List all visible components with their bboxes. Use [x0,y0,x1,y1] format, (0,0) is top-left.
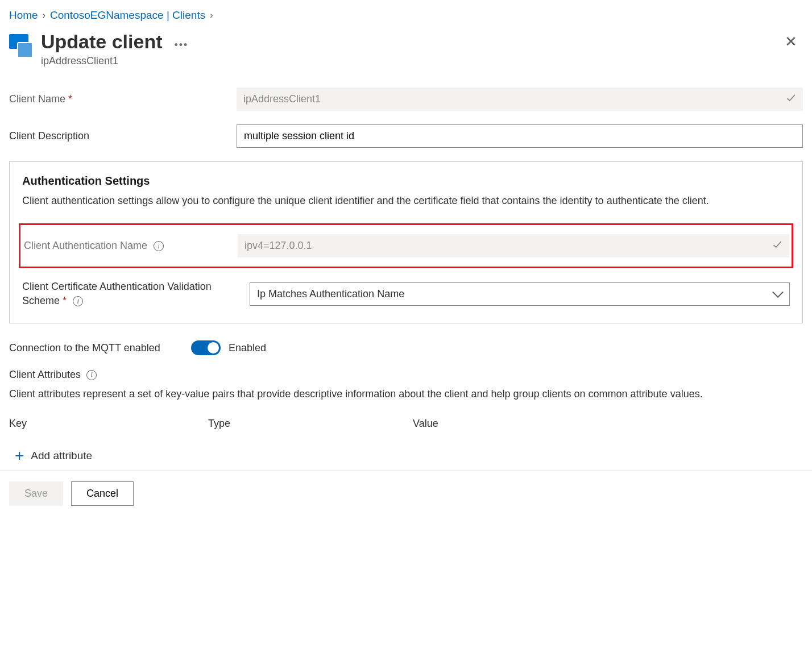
page-subtitle: ipAddressClient1 [41,55,771,67]
column-key: Key [9,418,208,430]
cert-scheme-select[interactable]: Ip Matches Authentication Name [250,282,790,306]
auth-settings-heading: Authentication Settings [22,174,790,188]
required-indicator: * [63,295,67,306]
close-icon[interactable]: ✕ [779,31,803,52]
auth-settings-description: Client authentication settings allow you… [22,193,790,209]
client-resource-icon [9,34,33,58]
cancel-button[interactable]: Cancel [71,481,134,506]
label-client-description: Client Description [9,130,237,142]
label-mqtt: Connection to the MQTT enabled [9,342,191,354]
row-client-description: Client Description [9,124,803,148]
add-attribute-button[interactable]: + Add attribute [9,448,803,464]
mqtt-state-text: Enabled [229,342,266,354]
row-mqtt-toggle: Connection to the MQTT enabled Enabled [9,340,803,355]
row-client-auth-name: Client Authentication Name i [19,223,793,268]
save-button: Save [9,481,63,506]
more-actions-icon[interactable]: ••• [175,39,189,51]
client-attributes-heading: Client Attributes i [9,369,803,381]
info-icon[interactable]: i [73,296,83,306]
required-indicator: * [68,93,72,105]
breadcrumb: Home › ContosoEGNamespace | Clients › [9,9,803,22]
label-client-name: Client Name [9,93,65,105]
client-description-input[interactable] [237,124,803,148]
label-client-auth-name: Client Authentication Name [24,240,147,251]
row-cert-scheme: Client Certificate Authentication Valida… [22,280,790,308]
title-row: Update client ••• ipAddressClient1 ✕ [9,31,803,67]
footer-bar: Save Cancel [0,471,812,506]
mqtt-toggle[interactable] [191,340,221,355]
label-cert-scheme: Client Certificate Authentication Valida… [22,281,212,306]
breadcrumb-namespace[interactable]: ContosoEGNamespace | Clients [50,9,205,22]
page-title: Update client [41,31,162,53]
column-value: Value [413,418,803,430]
chevron-right-icon: › [210,10,213,20]
chevron-right-icon: › [43,10,45,20]
client-name-input [237,88,803,111]
attributes-table-header: Key Type Value [9,418,803,430]
checkmark-icon [786,93,796,106]
add-attribute-label: Add attribute [31,450,92,462]
plus-icon: + [15,448,24,464]
authentication-settings-panel: Authentication Settings Client authentic… [9,161,803,323]
column-type: Type [208,418,413,430]
info-icon[interactable]: i [86,370,97,380]
info-icon[interactable]: i [154,241,164,251]
client-auth-name-input [238,234,789,257]
breadcrumb-home[interactable]: Home [9,9,38,22]
attributes-heading-text: Client Attributes [9,369,81,381]
checkmark-icon [772,239,782,252]
client-attributes-description: Client attributes represent a set of key… [9,386,803,402]
row-client-name: Client Name * [9,88,803,111]
